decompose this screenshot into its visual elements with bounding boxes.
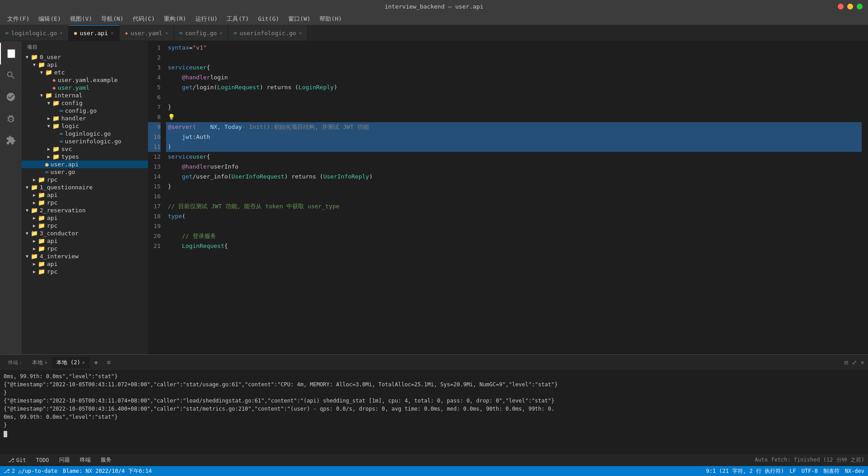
tree-configgo[interactable]: ∞ config.go xyxy=(22,107,148,114)
tree-handler[interactable]: ▶ 📁 handler xyxy=(22,114,148,122)
footer-tab-problems[interactable]: 问题 xyxy=(55,455,74,465)
status-indent[interactable]: 制表符 xyxy=(823,467,840,475)
tree-arrow-rpc-4i: ▶ xyxy=(31,269,38,274)
menu-view[interactable]: 视图(V) xyxy=(66,14,96,24)
status-blame[interactable]: Blame: NX 2022/10/4 下午6:14 xyxy=(63,467,152,475)
tree-label-useryaml: user.yaml xyxy=(58,84,89,91)
terminal-close-icon[interactable]: × xyxy=(861,359,864,366)
status-branch[interactable]: NX-dev xyxy=(845,467,864,475)
footer-tab-terminal[interactable]: 终端 xyxy=(75,455,95,465)
tree-api-2r[interactable]: ▶ 📁 api xyxy=(22,214,148,222)
tree-api-4i[interactable]: ▶ 📁 api xyxy=(22,260,148,268)
menu-run[interactable]: 运行(U) xyxy=(192,14,221,24)
tree-logic[interactable]: ▼ 📁 logic xyxy=(22,122,148,130)
tree-rpc-1q[interactable]: ▶ 📁 rpc xyxy=(22,199,148,206)
tab-useryaml[interactable]: ◆ user.yaml × xyxy=(120,25,174,41)
tree-label-api-1q: api xyxy=(47,192,57,198)
activity-git[interactable] xyxy=(0,86,22,108)
tree-api-3c[interactable]: ▶ 📁 api xyxy=(22,237,148,245)
tree-config[interactable]: ▼ 📁 config xyxy=(22,99,148,107)
tree-usergo[interactable]: ∞ user.go xyxy=(22,168,148,176)
tree-internal[interactable]: ▼ 📁 internal xyxy=(22,92,148,99)
terminal-split-icon[interactable]: ⊟ xyxy=(844,359,848,366)
tree-api[interactable]: ▼ 📁 api xyxy=(22,61,148,69)
tree-api-1q[interactable]: ▶ 📁 api xyxy=(22,191,148,199)
tab-close-userinfologic[interactable]: × xyxy=(299,30,302,36)
menu-edit[interactable]: 编辑(E) xyxy=(35,14,64,24)
menu-window[interactable]: 窗口(W) xyxy=(285,14,314,24)
tab-configgo[interactable]: ∞ config.go × xyxy=(174,25,229,41)
tree-arrow-2reservation: ▼ xyxy=(23,208,31,213)
tree-userinfologicgo[interactable]: ∞ userinfologic.go xyxy=(22,137,148,145)
footer-tab-git[interactable]: ⎇ Git xyxy=(4,456,31,464)
editor-scrollbar[interactable] xyxy=(862,41,868,354)
tree-svc[interactable]: ▶ 📁 svc xyxy=(22,145,148,153)
folder-icon-etc: 📁 xyxy=(45,69,52,76)
menu-help[interactable]: 帮助(H) xyxy=(316,14,345,24)
status-line-ending[interactable]: LF xyxy=(790,467,796,475)
tab-close-useryaml[interactable]: × xyxy=(165,30,168,36)
tree-types[interactable]: ▶ 📁 types xyxy=(22,153,148,160)
status-cursor-pos[interactable]: 9:1 (21 字符, 2 行 执行符) xyxy=(706,467,784,475)
activity-search[interactable] xyxy=(0,64,22,86)
tree-useryaml[interactable]: ◆ user.yaml xyxy=(22,84,148,92)
tab-close-configgo[interactable]: × xyxy=(220,30,223,36)
menu-refactor[interactable]: 重构(R) xyxy=(160,14,189,24)
activity-explorer[interactable] xyxy=(0,43,22,64)
terminal-content[interactable]: 0ms, 99.9th: 0.0ms","level":"stat"} {"@t… xyxy=(0,371,868,453)
terminal-tab-local[interactable]: 本地 × xyxy=(28,357,52,368)
tab-loginlogic[interactable]: ∞ loginlogic.go × xyxy=(0,25,69,41)
activity-extensions[interactable] xyxy=(0,129,22,151)
minimize-button[interactable] xyxy=(847,4,853,9)
footer-tab-services[interactable]: 服务 xyxy=(96,455,116,465)
tree-rpc-3c[interactable]: ▶ 📁 rpc xyxy=(22,245,148,252)
terminal-tab-expand[interactable]: ⊡ xyxy=(103,357,115,367)
terminal-tab-local2[interactable]: 本地 (2) × xyxy=(52,357,89,368)
tree-rpc-0user[interactable]: ▶ 📁 rpc xyxy=(22,176,148,183)
terminal-cursor xyxy=(4,431,7,437)
menu-tools[interactable]: 工具(T) xyxy=(223,14,252,24)
menu-git[interactable]: Git(G) xyxy=(254,14,283,23)
status-encoding[interactable]: UTF-8 xyxy=(802,467,818,475)
tree-2reservation[interactable]: ▼ 📁 2_reservation xyxy=(22,206,148,214)
footer-tab-todo[interactable]: TODO xyxy=(32,456,54,464)
tree-4interview[interactable]: ▼ 📁 4_interview xyxy=(22,252,148,260)
tree-label-rpc-3c: rpc xyxy=(47,245,57,252)
terminal-maximize-icon[interactable]: ⤢ xyxy=(852,359,857,366)
tree-userapi[interactable]: ● user.api xyxy=(22,160,148,168)
close-button[interactable] xyxy=(838,4,844,9)
terminal-icons: ⊟ ⤢ × xyxy=(844,359,864,366)
tab-close-loginlogic[interactable]: × xyxy=(60,30,63,36)
tab-userinfologic[interactable]: ∞ userinfologic.go × xyxy=(228,25,307,41)
status-git[interactable]: ⎇ 2 △/up-to-date xyxy=(4,468,57,474)
terminal-tab-local2-close[interactable]: × xyxy=(82,360,85,365)
tree-0user[interactable]: ▼ 📁 0_user xyxy=(22,53,148,61)
tree-rpc-4i[interactable]: ▶ 📁 rpc xyxy=(22,268,148,275)
tab-close-userapi[interactable]: × xyxy=(111,30,114,36)
menu-nav[interactable]: 导航(N) xyxy=(97,14,127,24)
code-text[interactable]: syntax = "v1" service user { @handler lo… xyxy=(166,41,862,354)
menu-file[interactable]: 文件(F) xyxy=(4,14,33,24)
file-icon-configgo: ∞ xyxy=(60,107,63,114)
tab-userapi[interactable]: ● user.api × xyxy=(69,25,120,41)
terminal-tab-local-close[interactable]: × xyxy=(45,360,47,365)
tree-loginlogicgo[interactable]: ∞ loginlogic.go xyxy=(22,130,148,137)
tree-1questionnaire[interactable]: ▼ 📁 1_questionnaire xyxy=(22,183,148,191)
tree-3conductor[interactable]: ▼ 📁 3_conductor xyxy=(22,229,148,237)
folder-icon-rpc-2r: 📁 xyxy=(38,222,45,229)
window-controls xyxy=(838,4,863,9)
file-icon-loginlogicgo: ∞ xyxy=(60,130,63,137)
tree-label-configgo: config.go xyxy=(65,107,97,114)
tree-rpc-2r[interactable]: ▶ 📁 rpc xyxy=(22,222,148,229)
activity-debug[interactable] xyxy=(0,108,22,129)
tree-useryamlexample[interactable]: ◆ user.yaml.example xyxy=(22,76,148,84)
tree-arrow-svc: ▶ xyxy=(45,146,52,151)
menu-code[interactable]: 代码(C) xyxy=(129,14,158,24)
maximize-button[interactable] xyxy=(857,4,863,9)
status-right: 9:1 (21 字符, 2 行 执行符) LF UTF-8 制表符 NX-dev xyxy=(706,467,864,475)
terminal-tab-add[interactable]: + xyxy=(89,357,103,369)
code-line-5: get /login(LoginRequest) returns (LoginR… xyxy=(166,82,862,92)
terminal-tab-local2-label: 本地 (2) xyxy=(56,359,80,366)
folder-icon-rpc-3c: 📁 xyxy=(38,245,45,252)
tree-etc[interactable]: ▼ 📁 etc xyxy=(22,69,148,76)
